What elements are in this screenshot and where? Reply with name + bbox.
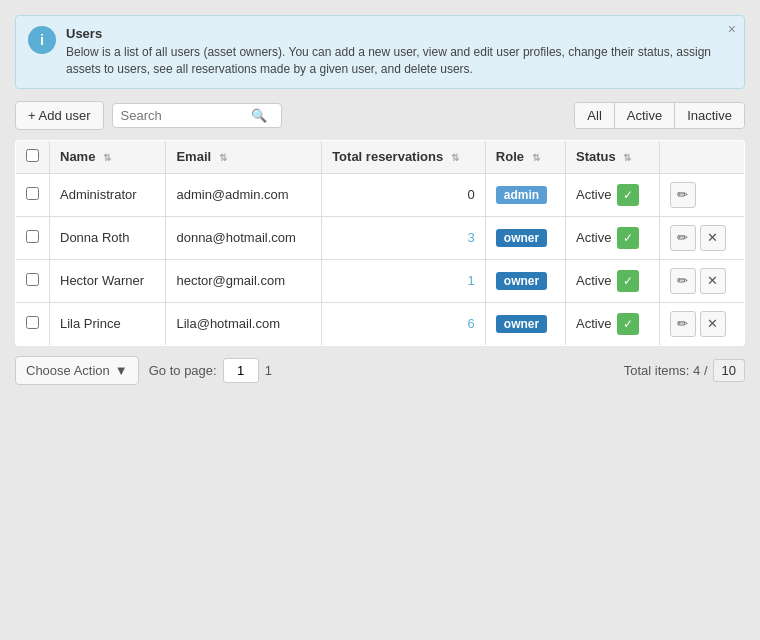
select-all-checkbox[interactable] — [26, 149, 39, 162]
goto-page: Go to page: 1 — [149, 358, 272, 383]
filter-buttons: All Active Inactive — [574, 102, 745, 129]
table-row: Donna Rothdonna@hotmail.com3ownerActive✓… — [16, 216, 745, 259]
table-header-row: Name ⇅ Email ⇅ Total reservations ⇅ Role… — [16, 140, 745, 173]
add-user-button[interactable]: + Add user — [15, 101, 104, 130]
close-icon[interactable]: × — [728, 22, 736, 36]
total-pages-label: 1 — [265, 363, 272, 378]
choose-action-button[interactable]: Choose Action ▼ — [15, 356, 139, 385]
role-badge: owner — [496, 315, 547, 333]
row-name: Hector Warner — [50, 259, 166, 302]
row-actions: ✏ — [659, 173, 744, 216]
row-reservations: 0 — [322, 173, 486, 216]
per-page-button[interactable]: 10 — [713, 359, 745, 382]
choose-action-label: Choose Action — [26, 363, 110, 378]
table-row: Lila PrinceLila@hotmail.com6ownerActive✓… — [16, 302, 745, 345]
total-items-label: Total items: 4 / — [624, 363, 708, 378]
edit-button[interactable]: ✏ — [670, 311, 696, 337]
row-checkbox-cell — [16, 173, 50, 216]
status-text: Active — [576, 230, 611, 245]
row-email: hector@gmail.com — [166, 259, 322, 302]
row-checkbox[interactable] — [26, 273, 39, 286]
status-text: Active — [576, 273, 611, 288]
row-name: Administrator — [50, 173, 166, 216]
banner-content: Users Below is a list of all users (asse… — [66, 26, 732, 78]
search-input[interactable] — [121, 108, 251, 123]
row-actions: ✏✕ — [659, 216, 744, 259]
row-status: Active✓ — [566, 259, 660, 302]
edit-button[interactable]: ✏ — [670, 268, 696, 294]
row-checkbox-cell — [16, 302, 50, 345]
header-status[interactable]: Status ⇅ — [566, 140, 660, 173]
row-checkbox-cell — [16, 259, 50, 302]
reservation-link[interactable]: 1 — [332, 273, 475, 288]
row-reservations[interactable]: 1 — [322, 259, 486, 302]
search-box: 🔍 — [112, 103, 282, 128]
banner-title: Users — [66, 26, 732, 41]
filter-all-button[interactable]: All — [575, 103, 614, 128]
search-icon: 🔍 — [251, 108, 267, 123]
row-reservations[interactable]: 6 — [322, 302, 486, 345]
page-input[interactable] — [223, 358, 259, 383]
row-role: owner — [485, 259, 565, 302]
info-icon: i — [28, 26, 56, 54]
edit-button[interactable]: ✏ — [670, 182, 696, 208]
sort-arrows-reservations: ⇅ — [451, 152, 459, 163]
users-table: Name ⇅ Email ⇅ Total reservations ⇅ Role… — [15, 140, 745, 346]
sort-arrows-email: ⇅ — [219, 152, 227, 163]
role-badge: owner — [496, 272, 547, 290]
row-role: owner — [485, 216, 565, 259]
role-badge: owner — [496, 229, 547, 247]
sort-arrows-status: ⇅ — [623, 152, 631, 163]
status-check-button[interactable]: ✓ — [617, 184, 639, 206]
toolbar: + Add user 🔍 All Active Inactive — [15, 101, 745, 130]
edit-button[interactable]: ✏ — [670, 225, 696, 251]
reservation-link[interactable]: 6 — [332, 316, 475, 331]
reservation-link[interactable]: 3 — [332, 230, 475, 245]
row-email: admin@admin.com — [166, 173, 322, 216]
status-check-button[interactable]: ✓ — [617, 227, 639, 249]
row-actions: ✏✕ — [659, 259, 744, 302]
row-checkbox-cell — [16, 216, 50, 259]
row-name: Donna Roth — [50, 216, 166, 259]
filter-inactive-button[interactable]: Inactive — [675, 103, 744, 128]
header-reservations[interactable]: Total reservations ⇅ — [322, 140, 486, 173]
delete-button[interactable]: ✕ — [700, 268, 726, 294]
banner-description: Below is a list of all users (asset owne… — [66, 44, 732, 78]
row-checkbox[interactable] — [26, 187, 39, 200]
row-checkbox[interactable] — [26, 316, 39, 329]
sort-arrows-name: ⇅ — [103, 152, 111, 163]
header-email[interactable]: Email ⇅ — [166, 140, 322, 173]
status-text: Active — [576, 316, 611, 331]
delete-button[interactable]: ✕ — [700, 225, 726, 251]
row-email: Lila@hotmail.com — [166, 302, 322, 345]
filter-active-button[interactable]: Active — [615, 103, 675, 128]
row-reservations[interactable]: 3 — [322, 216, 486, 259]
total-items: Total items: 4 / 10 — [624, 359, 745, 382]
header-name[interactable]: Name ⇅ — [50, 140, 166, 173]
role-badge: admin — [496, 186, 547, 204]
row-status: Active✓ — [566, 216, 660, 259]
reservation-count: 0 — [332, 187, 475, 202]
goto-label: Go to page: — [149, 363, 217, 378]
info-banner: i Users Below is a list of all users (as… — [15, 15, 745, 89]
delete-button[interactable]: ✕ — [700, 311, 726, 337]
row-status: Active✓ — [566, 173, 660, 216]
row-email: donna@hotmail.com — [166, 216, 322, 259]
header-checkbox-cell — [16, 140, 50, 173]
row-name: Lila Prince — [50, 302, 166, 345]
choose-action-chevron-icon: ▼ — [115, 363, 128, 378]
table-row: Administratoradmin@admin.com0adminActive… — [16, 173, 745, 216]
status-text: Active — [576, 187, 611, 202]
sort-arrows-role: ⇅ — [532, 152, 540, 163]
table-row: Hector Warnerhector@gmail.com1ownerActiv… — [16, 259, 745, 302]
header-actions — [659, 140, 744, 173]
status-check-button[interactable]: ✓ — [617, 270, 639, 292]
header-role[interactable]: Role ⇅ — [485, 140, 565, 173]
status-check-button[interactable]: ✓ — [617, 313, 639, 335]
row-actions: ✏✕ — [659, 302, 744, 345]
row-role: admin — [485, 173, 565, 216]
row-status: Active✓ — [566, 302, 660, 345]
row-checkbox[interactable] — [26, 230, 39, 243]
table-footer: Choose Action ▼ Go to page: 1 Total item… — [15, 356, 745, 385]
row-role: owner — [485, 302, 565, 345]
